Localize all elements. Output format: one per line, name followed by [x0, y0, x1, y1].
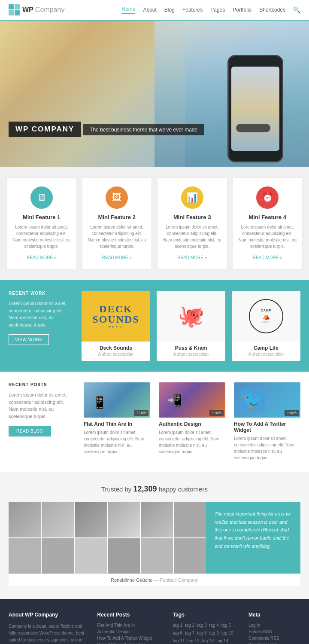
footer-tags-list: tag 1 tag 2 tag 3 tag 4 tag 5 tag 6 tag … [173, 623, 238, 643]
tag-9[interactable]: tag 9 [209, 631, 219, 637]
tag-12[interactable]: tag 12 [188, 638, 200, 643]
nav-portfolio[interactable]: Portfolio [233, 7, 251, 13]
feature-icon-4: ⏰ [256, 186, 279, 209]
feature-text-2: Lorem ipsum dolor sit amet, consectetur … [88, 224, 147, 250]
feature-icon-1: 🖥 [30, 186, 53, 209]
post-img-3: 🐦 11/05 [234, 382, 300, 418]
customer-name: Ronaldinho Gaúcho [111, 577, 152, 583]
work-card-puss[interactable]: 🐙 Puss & Kram A short description [157, 291, 225, 361]
work-card-deck-sounds[interactable]: DECK SOUNDS PECK Deck Sounds A short des… [82, 291, 150, 361]
meta-comments-rss[interactable]: Comments RSS [248, 636, 300, 641]
site-footer: About WP Company Company is a clean, sup… [0, 599, 309, 644]
work-card-desc-deck: A short description [82, 352, 150, 361]
feature-title-1: Mini Feature 1 [12, 214, 71, 220]
mini-feature-card-4: ⏰ Mini Feature 4 Lorem ipsum dolor sit a… [233, 177, 303, 269]
post-text-2: Lorem ipsum dolor sit amet, consectetur … [159, 429, 225, 455]
customers-title: Trusted by 12,309 happy customers [9, 485, 300, 494]
post-card-2[interactable]: 📲 11/05 Authentic Design Lorem ipsum dol… [159, 382, 225, 461]
feature-text-1: Lorem ipsum dolor sit amet, consectetur … [12, 224, 71, 250]
footer-posts-title: Recent Posts [97, 612, 162, 618]
search-icon[interactable]: 🔍 [293, 6, 300, 13]
work-card-desc-camp: A short description [232, 352, 300, 361]
customers-inner: The most important thing for us is to re… [9, 502, 300, 574]
hero-text-box: WP COMPANY The best business theme that … [9, 122, 204, 139]
footer-post-link-1[interactable]: Flat And Thin Are In [97, 623, 162, 628]
mini-features-section: 🖥 Mini Feature 1 Lorem ipsum dolor sit a… [0, 167, 309, 280]
tag-13[interactable]: tag 13 [202, 638, 214, 643]
nav-shortcodes[interactable]: Shortcodes [259, 7, 285, 13]
tag-4[interactable]: tag 4 [209, 623, 219, 629]
nav-home[interactable]: Home [121, 6, 135, 14]
post-date-2: 11/05 [209, 410, 224, 416]
post-card-1[interactable]: 📱 11/05 Flat And Thin Are In Lorem ipsum… [84, 382, 150, 461]
footer-post-link-4[interactable]: Dear Web Font Providers [97, 642, 162, 644]
recent-posts-text: Lorem ipsum dolor sit amet, consectetur … [9, 391, 75, 420]
recent-work-label: RECENT WORK [9, 291, 75, 296]
post-date-1: 11/05 [134, 410, 148, 416]
nav-pages[interactable]: Pages [210, 7, 225, 13]
recent-work-text: Lorem ipsum dolor sit amet, consectetur … [9, 300, 75, 328]
work-card-title-camp: Camp Life [232, 342, 300, 352]
customer-quote-box: The most important thing for us is to re… [206, 502, 300, 574]
footer-about: About WP Company Company is a clean, sup… [9, 612, 87, 644]
post-title-3: How To Add A Twitter Widget [234, 421, 300, 433]
customers-section: Trusted by 12,309 happy customers The mo… [0, 472, 309, 599]
footer-meta-title: Meta [248, 612, 300, 618]
tag-6[interactable]: tag 6 [173, 631, 182, 637]
customer-name-bar: Ronaldinho Gaúcho — Football Company [9, 574, 300, 586]
footer-tags: Tags tag 1 tag 2 tag 3 tag 4 tag 5 tag 6… [173, 612, 238, 644]
post-card-3[interactable]: 🐦 11/05 How To Add A Twitter Widget Lore… [234, 382, 300, 461]
customers-count: 12,309 [133, 485, 157, 493]
feature-title-2: Mini Feature 2 [88, 214, 147, 220]
feature-title-4: Mini Feature 4 [238, 214, 297, 220]
tag-5[interactable]: tag 5 [221, 623, 231, 629]
post-img-2: 📲 11/05 [159, 382, 225, 418]
feature-link-3[interactable]: READ MORE » [177, 255, 207, 260]
post-date-3: 11/05 [285, 410, 299, 416]
hero-section: WP COMPANY The best business theme that … [0, 21, 309, 167]
feature-text-3: Lorem ipsum dolor sit amet, consectetur … [163, 224, 222, 250]
logo-icon [9, 4, 20, 15]
footer-post-link-3[interactable]: How To Add A Twitter Widget [97, 636, 162, 641]
nav-blog[interactable]: Blog [164, 7, 175, 13]
feature-link-2[interactable]: READ MORE » [102, 255, 132, 260]
tag-2[interactable]: tag 2 [185, 623, 194, 629]
tag-11[interactable]: tag 11 [173, 638, 185, 643]
nav-about[interactable]: About [143, 7, 156, 13]
tag-10[interactable]: tag 10 [221, 631, 233, 637]
post-text-1: Lorem ipsum dolor sit amet, consectetur … [84, 429, 150, 455]
meta-wordpress[interactable]: WordPress.org [248, 642, 300, 644]
tag-7[interactable]: tag 7 [185, 631, 194, 637]
tag-14[interactable]: tag 14 [216, 638, 228, 643]
view-work-button[interactable]: VIEW WORK [9, 334, 49, 345]
meta-entries-rss[interactable]: Entries RSS [248, 629, 300, 634]
footer-post-link-2[interactable]: Authentic Design [97, 629, 162, 634]
post-title-1: Flat And Thin Are In [84, 421, 150, 427]
tag-1[interactable]: tag 1 [173, 623, 182, 629]
post-title-2: Authentic Design [159, 421, 225, 427]
footer-tags-title: Tags [173, 612, 238, 618]
customer-role-separator: — [154, 577, 160, 583]
recent-posts-left: RECENT POSTS Lorem ipsum dolor sit amet,… [9, 382, 75, 461]
footer-recent-posts: Recent Posts Flat And Thin Are In Authen… [97, 612, 162, 644]
work-card-title-deck: Deck Sounds [82, 342, 150, 352]
feature-icon-2: 🖼 [106, 186, 128, 209]
work-card-title-puss: Puss & Kram [157, 342, 225, 352]
post-text-3: Lorem ipsum dolor sit amet, consectetur … [234, 435, 300, 461]
hero-bg [0, 21, 309, 167]
tag-3[interactable]: tag 3 [197, 623, 206, 629]
meta-login[interactable]: Log in [248, 623, 300, 628]
nav-features[interactable]: Features [182, 7, 203, 13]
footer-about-text: Company is a clean, super flexible and f… [9, 623, 87, 644]
feature-link-1[interactable]: READ MORE » [27, 255, 56, 260]
work-card-camp[interactable]: CAMP ⛺ LIFE Camp Life A short descriptio… [232, 291, 300, 361]
read-blog-button[interactable]: READ BLOG [9, 426, 51, 436]
logo[interactable]: WP Company [9, 4, 64, 15]
tag-8[interactable]: tag 8 [197, 631, 206, 637]
recent-work-section: RECENT WORK Lorem ipsum dolor sit amet, … [0, 280, 309, 372]
feature-title-3: Mini Feature 3 [163, 214, 222, 220]
customer-photos-grid [9, 502, 206, 574]
recent-posts-section: RECENT POSTS Lorem ipsum dolor sit amet,… [0, 372, 309, 472]
feature-link-4[interactable]: READ MORE » [253, 255, 282, 260]
work-card-desc-puss: A short description [157, 352, 225, 361]
